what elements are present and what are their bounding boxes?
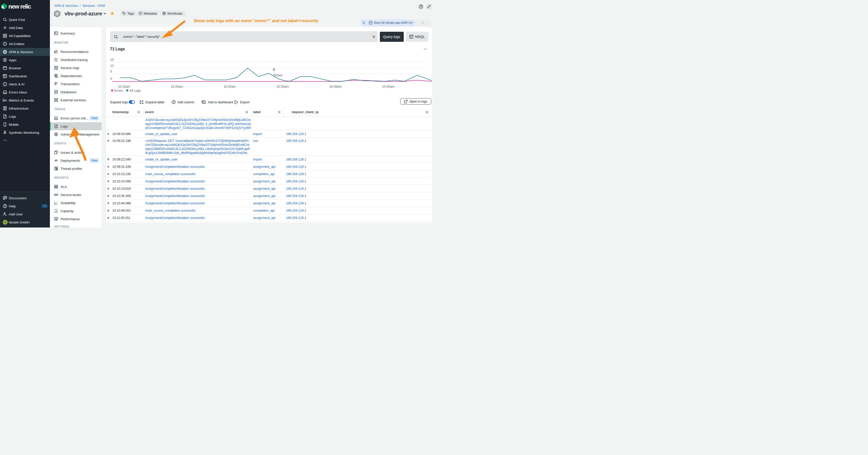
svg-text:10:40am: 10:40am — [382, 85, 395, 89]
svg-text:5: 5 — [110, 70, 112, 73]
svg-text:10: 10 — [110, 64, 114, 67]
svg-text:new relic.: new relic. — [8, 3, 31, 10]
svg-text:10:30am: 10:30am — [276, 85, 288, 89]
svg-text:10:20am: 10:20am — [170, 85, 183, 89]
svg-text:10:15am: 10:15am — [118, 85, 130, 89]
svg-text:10:35am: 10:35am — [329, 85, 341, 89]
svg-text:0: 0 — [110, 77, 112, 80]
svg-text:0: 0 — [273, 67, 275, 71]
svg-text:15: 15 — [110, 58, 114, 62]
svg-text:10:25am: 10:25am — [223, 85, 236, 89]
